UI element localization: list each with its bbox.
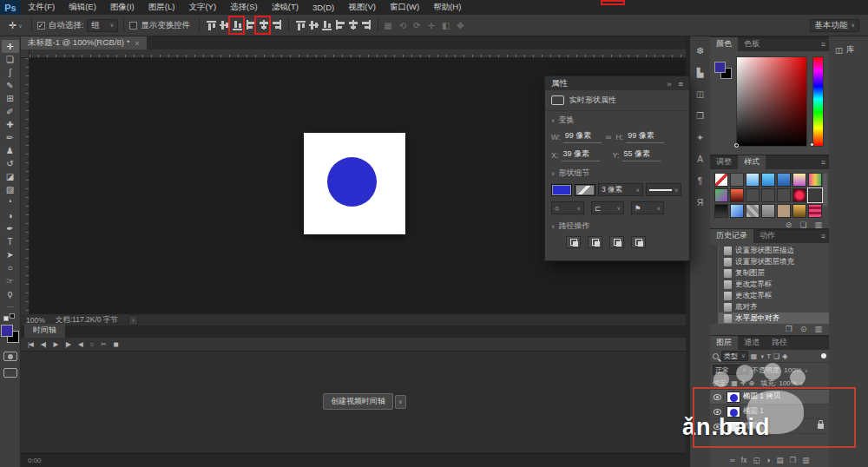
new-document-from-state-button[interactable]: ❐ xyxy=(786,325,792,333)
transform-section-header[interactable]: ∨ 变换 xyxy=(545,111,689,128)
distribute-left-edges-button[interactable] xyxy=(334,19,345,31)
history-item[interactable]: 底对齐 xyxy=(710,301,829,312)
timeline-tab[interactable]: 时间轴 xyxy=(24,324,65,338)
style-swatch[interactable] xyxy=(777,188,791,202)
distribute-vertical-centers-button[interactable] xyxy=(308,19,319,31)
path-selection-tool[interactable]: ➤ xyxy=(2,248,19,261)
history-item[interactable]: 设置形状图层描边 xyxy=(710,245,829,256)
stroke-color-swatch[interactable] xyxy=(575,184,595,196)
link-dimensions-icon[interactable]: ∞ xyxy=(606,133,611,141)
new-group-button[interactable]: ▤ xyxy=(777,456,784,464)
subtract-front-shape-button[interactable] xyxy=(588,236,602,248)
timeline-type-dropdown[interactable]: ∨ xyxy=(395,395,406,409)
filter-shape-layers-icon[interactable]: ❏ xyxy=(773,352,779,360)
zoom-level[interactable]: 100% xyxy=(26,316,45,325)
panel-menu-icon[interactable]: ≡ xyxy=(821,40,825,49)
timeline-transport-button[interactable]: ◀| xyxy=(41,340,46,348)
shape-details-section-header[interactable]: ∨ 形状细节 xyxy=(545,164,689,181)
lasso-tool[interactable]: ʃ xyxy=(2,66,19,79)
align-right-edges-button[interactable] xyxy=(271,19,282,31)
fill-value[interactable]: 100% xyxy=(779,379,796,387)
layer-row[interactable]: 背景 xyxy=(710,419,829,434)
delete-style-button[interactable]: ▥ xyxy=(814,220,822,229)
timeline-transport-button[interactable]: |◀ xyxy=(28,340,33,348)
delete-layer-button[interactable]: ▥ xyxy=(802,456,809,464)
create-video-timeline-button[interactable]: 创建视频时间轴 xyxy=(323,393,393,410)
style-swatch[interactable] xyxy=(792,173,806,187)
style-swatch[interactable] xyxy=(761,173,775,187)
tab-swatches[interactable]: 色板 xyxy=(738,37,766,51)
hue-picker-dot[interactable] xyxy=(810,142,814,147)
history-item[interactable]: 更改定界框 xyxy=(710,290,829,301)
menu-item[interactable]: 滤镜(T) xyxy=(265,2,306,13)
healing-brush-tool[interactable]: ✚ xyxy=(2,118,19,131)
history-item[interactable]: 更改定界框 xyxy=(710,279,829,290)
info-panel-icon[interactable]: ◫ xyxy=(694,89,707,99)
distribute-bottom-edges-button[interactable] xyxy=(321,19,332,31)
stroke-option-dropdown[interactable]: ⊏ ∨ xyxy=(591,201,624,214)
stroke-option-dropdown[interactable]: ⚑ ∨ xyxy=(631,201,664,214)
new-layer-button[interactable]: ❐ xyxy=(790,456,797,464)
style-swatch[interactable] xyxy=(808,188,822,202)
distribute-top-edges-button[interactable] xyxy=(295,19,306,31)
tab-styles[interactable]: 样式 xyxy=(738,155,766,169)
menu-item[interactable]: 编辑(E) xyxy=(62,2,103,13)
tab-history[interactable]: 历史记录 xyxy=(710,229,753,243)
blur-tool[interactable]: ❛ xyxy=(2,196,19,209)
brush-settings-panel-icon[interactable]: ❆ xyxy=(694,45,707,56)
stroke-type-dropdown[interactable]: ∨ xyxy=(646,183,681,196)
style-swatch[interactable] xyxy=(746,173,760,187)
tab-paths[interactable]: 路径 xyxy=(766,336,793,350)
filter-pixel-layers-icon[interactable]: ▦ xyxy=(751,352,758,360)
style-swatch[interactable] xyxy=(746,204,760,218)
menu-item[interactable]: 图像(I) xyxy=(103,2,141,13)
hand-tool[interactable]: ☞ xyxy=(2,274,19,287)
saturation-picker-dot[interactable] xyxy=(734,143,739,148)
style-swatch[interactable] xyxy=(714,204,728,218)
history-item[interactable]: 水平居中对齐 xyxy=(710,312,829,324)
foreground-background-swatches[interactable] xyxy=(1,325,20,344)
layer-style-button[interactable]: fx xyxy=(741,456,747,464)
crop-tool[interactable]: ⊞ xyxy=(2,92,19,105)
combine-shapes-button[interactable] xyxy=(566,236,581,248)
style-swatch[interactable] xyxy=(777,204,791,218)
swap-colors-icon[interactable] xyxy=(3,313,16,322)
stroke-width-dropdown[interactable]: 3 像素 ∨ xyxy=(598,183,643,196)
tab-layers[interactable]: 图层 xyxy=(710,336,738,350)
layer-thumbnail[interactable] xyxy=(727,391,740,403)
show-transform-checkbox[interactable] xyxy=(129,22,137,30)
adjustment-layer-button[interactable]: ◑ xyxy=(766,456,770,464)
tab-channels[interactable]: 通道 xyxy=(738,336,766,350)
timeline-transport-button[interactable]: |▶ xyxy=(65,340,70,348)
menu-item[interactable]: 窗口(W) xyxy=(383,2,426,13)
3d-drag-button[interactable]: ✛ xyxy=(428,21,435,30)
height-field[interactable]: 99 像素 xyxy=(626,130,664,143)
timeline-transport-button[interactable]: ▶ xyxy=(53,340,57,348)
3d-rotate-button[interactable]: ⟲ xyxy=(399,21,406,30)
character-panel-icon[interactable]: A xyxy=(694,154,707,164)
layer-filter-dropdown[interactable]: 类型 ∨ xyxy=(721,351,748,361)
layer-row[interactable]: 椭圆 1 xyxy=(710,405,829,419)
3d-slide-button[interactable]: ◧ xyxy=(442,21,450,30)
type-tool[interactable]: T xyxy=(2,235,19,248)
link-layers-button[interactable]: ∞ xyxy=(730,456,735,464)
brush-tool[interactable]: ✏ xyxy=(2,131,19,144)
menu-item[interactable]: 选择(S) xyxy=(223,2,265,13)
menu-item[interactable]: 视图(V) xyxy=(341,2,383,13)
filter-type-layers-icon[interactable]: T xyxy=(766,352,771,360)
history-item[interactable]: 复制图层 xyxy=(710,267,829,279)
gradient-tool[interactable]: ▨ xyxy=(2,183,19,196)
align-left-edges-button[interactable] xyxy=(245,19,256,31)
style-swatch[interactable] xyxy=(777,173,791,187)
dodge-tool[interactable]: ◑ xyxy=(2,209,19,222)
stroke-option-dropdown[interactable]: ○ ∨ xyxy=(551,201,584,214)
menu-item[interactable]: 图层(L) xyxy=(141,2,182,13)
exclude-shapes-button[interactable] xyxy=(631,236,646,248)
layer-thumbnail[interactable] xyxy=(727,421,740,432)
document-artboard[interactable] xyxy=(304,133,405,234)
layer-row[interactable]: 椭圆 1 拷贝 xyxy=(710,390,829,405)
style-swatch[interactable] xyxy=(761,204,775,218)
glyphs-panel-icon[interactable]: Я xyxy=(694,197,707,207)
marquee-tool[interactable]: ❏ xyxy=(2,53,19,66)
distribute-horizontal-centers-button[interactable] xyxy=(347,19,358,31)
